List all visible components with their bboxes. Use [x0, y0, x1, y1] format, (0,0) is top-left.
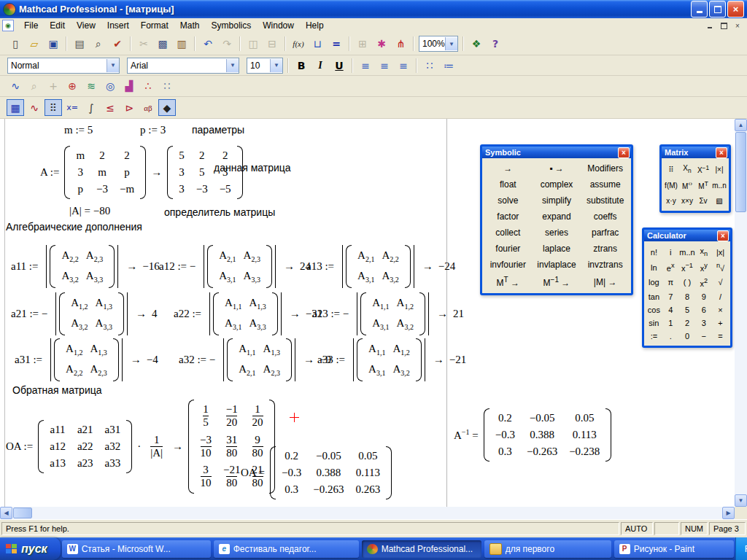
heading-cofactors[interactable]: Алгебраические дополнения	[6, 221, 142, 233]
menu-symbolics[interactable]: Symbolics	[206, 19, 258, 32]
symbolic-palette-icon[interactable]: ◆	[158, 99, 176, 116]
palette-button-8[interactable]: 8	[679, 290, 696, 303]
palette-button-fm[interactable]: f(M)	[663, 177, 679, 193]
resource-center-icon[interactable]: ❖	[468, 36, 485, 52]
palette-button-[interactable]: ( )	[679, 275, 696, 290]
palette-button-[interactable]: π	[662, 275, 679, 290]
palette-button-[interactable]: ×	[712, 303, 729, 316]
surface-plot-icon[interactable]: ≋	[82, 78, 100, 95]
palette-button-[interactable]: +	[712, 316, 729, 330]
palette-button-assume[interactable]: assume	[581, 177, 630, 192]
def-m[interactable]: m := 5	[64, 124, 93, 136]
organizer-icon[interactable]: ⋔	[392, 36, 409, 52]
palette-button-sin[interactable]: sin	[646, 316, 662, 330]
menu-window[interactable]: Window	[257, 19, 300, 32]
align-center-icon[interactable]: ≡	[376, 57, 393, 74]
scroll-down-icon[interactable]: ▼	[735, 494, 747, 507]
palette-button-solve[interactable]: solve	[484, 193, 533, 208]
heading-inverse[interactable]: Обратная матрица	[12, 384, 102, 396]
vertical-scrollbar[interactable]: ▲ ▼	[735, 119, 747, 507]
palette-button-0[interactable]: 0	[679, 330, 696, 343]
numbered-list-icon[interactable]: ≔	[440, 57, 457, 74]
palette-button-x1[interactable]: x−1	[679, 260, 696, 275]
taskbar-button[interactable]: для первого	[484, 540, 611, 558]
def-a12[interactable]: a12 := −A2,1A2,3A3,1A3,3→24	[159, 245, 311, 288]
size-select[interactable]: 10▼	[247, 58, 283, 74]
result-OA[interactable]: OA =0.2−0.050.05−0.30.3880.1130.3−0.2630…	[241, 446, 392, 499]
palette-button-laplace[interactable]: laplace	[533, 241, 581, 256]
palette-button-xy[interactable]: x·y	[663, 194, 679, 208]
close-icon[interactable]: ×	[618, 147, 630, 158]
style-select[interactable]: Normal▼	[7, 58, 120, 74]
def-p[interactable]: p := 3	[140, 124, 166, 136]
palette-button-float[interactable]: float	[484, 177, 533, 192]
palette-button-xy[interactable]: xy	[695, 260, 712, 275]
italic-icon[interactable]: I	[311, 57, 329, 74]
menu-file[interactable]: File	[18, 19, 44, 32]
component-icon[interactable]: ⊞	[354, 36, 371, 52]
palette-button-collect[interactable]: collect	[484, 225, 533, 240]
palette-button-5[interactable]: 5	[679, 303, 696, 316]
underline-icon[interactable]: U	[330, 57, 348, 74]
menu-math[interactable]: Math	[174, 19, 206, 32]
copy-icon[interactable]: ▩	[154, 36, 171, 52]
menu-view[interactable]: View	[71, 19, 101, 32]
palette-button-expand[interactable]: expand	[533, 209, 581, 224]
result-A-inverse[interactable]: A−1 =0.2−0.050.05−0.30.3880.1130.3−0.263…	[454, 408, 611, 462]
palette-button-mn[interactable]: m..n	[679, 244, 696, 260]
def-a33[interactable]: a33 :=A1,1A1,2A3,1A3,2→−21	[317, 338, 466, 381]
close-icon[interactable]: ×	[727, 1, 744, 18]
palette-button-coeffs[interactable]: coeffs	[581, 209, 630, 224]
bullet-list-icon[interactable]: ∷	[421, 57, 438, 74]
horizontal-scrollbar[interactable]: ◀ ▶	[0, 507, 735, 519]
scroll-left-icon[interactable]: ◀	[0, 507, 12, 519]
menu-edit[interactable]: Edit	[44, 19, 71, 32]
taskbar-button[interactable]: Mathcad Professional...	[362, 540, 481, 558]
zoom-plot-icon[interactable]: ⌕	[26, 78, 43, 95]
palette-button-log[interactable]: log	[646, 275, 662, 290]
taskbar-button[interactable]: eФестиваль педагог...	[214, 540, 359, 558]
note-parameters[interactable]: параметры	[192, 124, 244, 136]
greek-palette-icon[interactable]: αβ	[139, 99, 157, 116]
bold-icon[interactable]: B	[293, 57, 310, 74]
palette-button-ztrans[interactable]: ztrans	[581, 241, 630, 256]
zoom-select[interactable]: 100%▼	[419, 36, 458, 52]
def-a32[interactable]: a32 := −A1,1A1,3A2,1A2,3→−9	[179, 338, 331, 381]
matrix-palette-titlebar[interactable]: Matrix ×	[662, 147, 729, 158]
doc-minimize-icon[interactable]	[704, 20, 716, 31]
palette-button-[interactable]: ⠿	[663, 161, 679, 177]
palette-button-9[interactable]: 9	[695, 290, 712, 303]
align-left-icon[interactable]: ≡	[357, 57, 374, 74]
undo-icon[interactable]: ↶	[199, 36, 217, 52]
def-a11[interactable]: a11 :=A2,2A2,3A3,2A3,3→−16	[11, 245, 160, 288]
3d-bar-plot-icon[interactable]: ▟	[120, 78, 138, 95]
align-right-icon[interactable]: ≡	[395, 57, 412, 74]
def-a22[interactable]: a22 :=A1,1A1,3A3,1A3,3→−31	[174, 292, 322, 335]
3d-scatter-plot-icon[interactable]: ∴	[139, 78, 157, 95]
scroll-right-icon[interactable]: ▶	[722, 507, 735, 519]
evaluate-icon[interactable]: =	[328, 36, 345, 52]
new-icon[interactable]: ▯	[7, 36, 24, 52]
horizontal-scroll-thumb[interactable]	[13, 508, 32, 518]
palette-button-6[interactable]: 6	[695, 303, 712, 316]
redo-icon[interactable]: ↷	[218, 36, 236, 52]
paste-icon[interactable]: ▥	[173, 36, 190, 52]
palette-button-[interactable]: =	[712, 330, 729, 343]
trace-plot-icon[interactable]: +	[44, 78, 62, 95]
vector-field-plot-icon[interactable]: ∷	[158, 78, 176, 95]
palette-button-3[interactable]: 3	[695, 316, 712, 330]
def-a13[interactable]: a13 :=A2,1A2,2A3,1A3,2→−24	[306, 245, 455, 288]
palette-button-ex[interactable]: ex	[662, 260, 679, 275]
palette-button-x1[interactable]: X−1	[695, 161, 711, 177]
boolean-palette-icon[interactable]: ≤	[101, 99, 119, 116]
palette-button-[interactable]: |×|	[711, 161, 727, 177]
palette-button-2[interactable]: 2	[679, 316, 696, 330]
start-button[interactable]: пуск	[0, 537, 61, 560]
palette-button-xn[interactable]: Xn	[679, 161, 695, 177]
palette-button-parfrac[interactable]: parfrac	[581, 225, 630, 240]
det-A[interactable]: |A| = −80	[69, 205, 110, 217]
palette-button-m1[interactable]: M−1 →	[533, 273, 581, 290]
palette-button-ln[interactable]: ln	[646, 260, 662, 275]
palette-button-[interactable]: −	[695, 330, 712, 343]
minimize-icon[interactable]	[691, 1, 708, 18]
